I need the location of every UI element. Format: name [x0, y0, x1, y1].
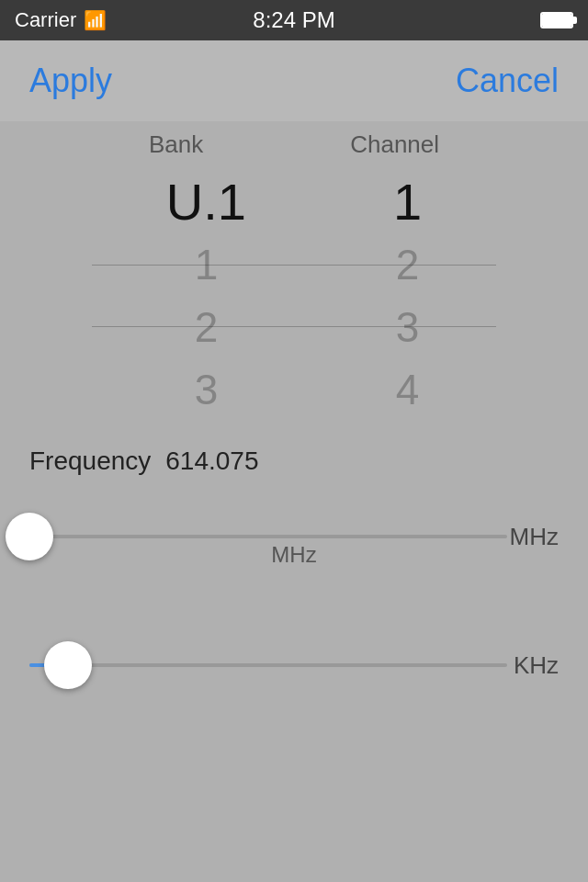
picker-container[interactable]: U.1 1 2 3 1 2 3 4 [0, 167, 588, 424]
frequency-section: Frequency 614.075 [0, 424, 588, 491]
picker-columns: U.1 1 2 3 1 2 3 4 [0, 167, 588, 424]
khz-unit-label: KHz [514, 651, 559, 680]
channel-item-2: 2 [396, 233, 420, 296]
bank-item-3: 3 [195, 358, 219, 421]
mhz-slider-section: MHz MHz [0, 491, 588, 582]
khz-slider-section: KHz [0, 619, 588, 711]
channel-header: Channel [350, 130, 439, 159]
channel-picker-column[interactable]: 1 2 3 4 [393, 171, 422, 421]
mhz-unit-label: MHz [510, 523, 559, 551]
apply-button[interactable]: Apply [29, 62, 112, 100]
mhz-center-label: MHz [271, 542, 316, 568]
cancel-button[interactable]: Cancel [456, 62, 559, 100]
khz-slider-thumb[interactable] [44, 641, 92, 689]
bank-item-2: 2 [195, 296, 219, 358]
khz-slider-row: KHz [29, 628, 559, 702]
status-time: 8:24 PM [253, 7, 334, 33]
bank-header: Bank [149, 130, 203, 159]
channel-item-4: 4 [396, 358, 420, 421]
channel-item-3: 3 [396, 296, 420, 358]
mhz-slider-thumb[interactable] [6, 513, 53, 560]
column-headers: Bank Channel [0, 121, 588, 167]
frequency-value: 614.075 [165, 447, 258, 476]
wifi-icon: 📶 [84, 9, 107, 31]
nav-bar: Apply Cancel [0, 40, 588, 121]
channel-item-selected: 1 [393, 171, 422, 233]
mhz-slider-track[interactable] [29, 535, 507, 538]
status-bar: Carrier 📶 8:24 PM [0, 0, 588, 40]
bank-item-1: 1 [195, 233, 219, 296]
mhz-slider-row: MHz MHz [29, 500, 559, 573]
bank-picker-column[interactable]: U.1 1 2 3 [166, 171, 246, 421]
bank-item-selected: U.1 [166, 171, 246, 233]
carrier-label: Carrier [15, 8, 76, 32]
khz-slider-track[interactable] [29, 663, 507, 667]
battery-icon [540, 12, 573, 28]
frequency-label: Frequency [29, 447, 151, 476]
